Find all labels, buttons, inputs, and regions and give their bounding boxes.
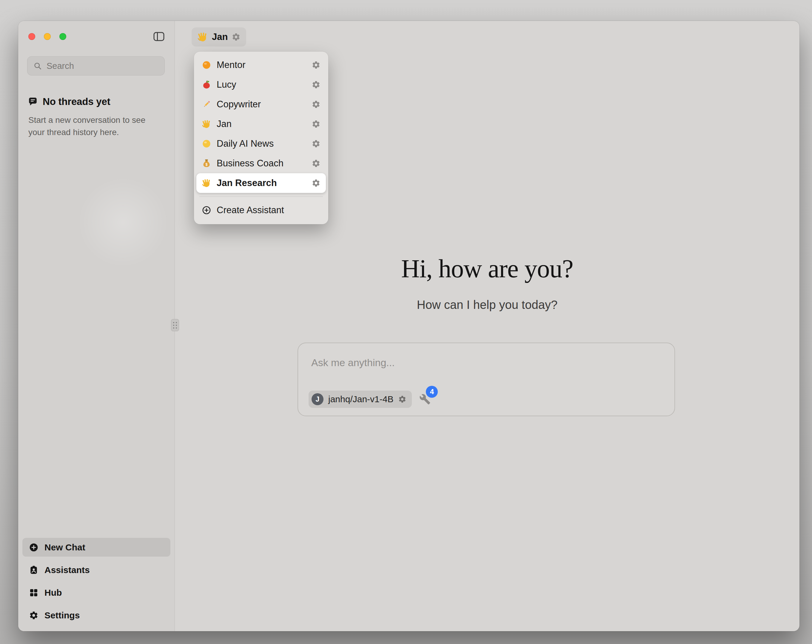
empty-state-description: Start a new conversation to see your thr… xyxy=(28,114,160,139)
wave-hand-icon xyxy=(202,119,211,129)
chat-bubble-icon xyxy=(28,97,38,107)
pencil-icon xyxy=(202,100,211,109)
tools-count-badge: 4 xyxy=(426,386,438,398)
wave-hand-icon xyxy=(197,32,208,42)
model-name: janhq/Jan-v1-4B xyxy=(328,394,393,404)
assistant-menu: Mentor Lucy Copywriter Jan Daily AI News xyxy=(194,52,328,224)
assistant-settings-icon[interactable] xyxy=(311,100,321,109)
add-circle-icon xyxy=(202,206,211,215)
panel-resize-handle[interactable] xyxy=(171,319,179,331)
assistant-settings-icon[interactable] xyxy=(311,159,321,168)
money-bag-icon xyxy=(202,158,211,168)
search-placeholder: Search xyxy=(47,61,74,71)
titlebar xyxy=(18,21,175,52)
assistant-name: Jan Research xyxy=(217,178,277,189)
new-chat-button[interactable]: New Chat xyxy=(22,538,170,557)
minimize-button[interactable] xyxy=(44,33,51,40)
sidebar-toggle-icon[interactable] xyxy=(153,32,165,41)
sidebar-item-settings[interactable]: Settings xyxy=(22,606,170,625)
wave-hand-icon xyxy=(202,178,211,188)
gear-icon[interactable] xyxy=(398,395,406,403)
greeting-subtitle: How can I help you today? xyxy=(175,298,800,312)
nav-label: New Chat xyxy=(44,542,85,553)
create-assistant-button[interactable]: Create Assistant xyxy=(196,200,326,220)
orange-circle-icon xyxy=(202,60,211,70)
traffic-lights xyxy=(28,33,66,40)
greeting-title: Hi, how are you? xyxy=(175,256,800,282)
tools-button[interactable]: 4 xyxy=(419,394,430,405)
assistant-settings-icon[interactable] xyxy=(311,178,321,187)
gear-icon[interactable] xyxy=(232,32,241,41)
nav-label: Settings xyxy=(44,610,80,620)
assistant-menu-item-lucy[interactable]: Lucy xyxy=(196,75,326,94)
welcome-hero: Hi, how are you? How can I help you toda… xyxy=(175,256,800,312)
assistant-menu-item-business-coach[interactable]: Business Coach xyxy=(196,154,326,173)
model-selector[interactable]: J janhq/Jan-v1-4B xyxy=(308,391,412,408)
nav-label: Assistants xyxy=(44,565,90,575)
empty-threads-state: No threads yet Start a new conversation … xyxy=(28,96,166,139)
composer-toolbar: J janhq/Jan-v1-4B 4 xyxy=(308,391,430,408)
create-assistant-label: Create Assistant xyxy=(217,205,284,216)
assistant-menu-item-daily-ai-news[interactable]: Daily AI News xyxy=(196,134,326,154)
assistant-settings-icon[interactable] xyxy=(311,61,321,70)
assistant-name: Daily AI News xyxy=(217,139,274,149)
assistant-name: Mentor xyxy=(217,59,245,70)
assistant-name: Lucy xyxy=(217,79,236,90)
assistant-settings-icon[interactable] xyxy=(311,80,321,89)
model-avatar: J xyxy=(311,393,324,405)
app-window: Search No threads yet Start a new conver… xyxy=(18,21,800,631)
assistant-selector[interactable]: Jan xyxy=(192,27,246,47)
composer-placeholder: Ask me anything... xyxy=(311,357,395,368)
assistant-menu-item-jan[interactable]: Jan xyxy=(196,114,326,134)
assistant-menu-item-copywriter[interactable]: Copywriter xyxy=(196,94,326,114)
assistants-badge-icon xyxy=(29,565,38,575)
sidebar-item-assistants[interactable]: Assistants xyxy=(22,560,170,579)
sidebar-item-hub[interactable]: Hub xyxy=(22,583,170,602)
main-area: Jan Mentor Lucy Copywriter Jan xyxy=(175,21,800,631)
assistant-settings-icon[interactable] xyxy=(311,139,321,148)
menu-divider xyxy=(199,196,323,197)
hub-grid-icon xyxy=(29,588,38,597)
assistant-menu-item-jan-research[interactable]: Jan Research xyxy=(196,173,326,193)
search-input[interactable]: Search xyxy=(27,56,165,75)
apple-icon xyxy=(202,80,211,90)
assistant-name: Copywriter xyxy=(217,99,261,110)
assistant-settings-icon[interactable] xyxy=(311,120,321,128)
chat-composer[interactable]: Ask me anything... J janhq/Jan-v1-4B 4 xyxy=(298,343,675,416)
assistant-selector-label: Jan xyxy=(212,32,228,42)
assistant-name: Business Coach xyxy=(217,158,284,169)
sidebar-bottom-nav: New Chat Assistants Hub Settings xyxy=(22,538,170,625)
search-icon xyxy=(34,62,42,70)
empty-state-title: No threads yet xyxy=(43,96,110,107)
grip-dots-icon xyxy=(173,322,177,329)
assistant-name: Jan xyxy=(217,119,232,129)
sidebar: Search No threads yet Start a new conver… xyxy=(18,21,175,631)
zoom-button[interactable] xyxy=(60,33,66,40)
yellow-circle-icon xyxy=(202,139,211,148)
close-button[interactable] xyxy=(28,33,35,40)
gear-icon xyxy=(29,611,38,620)
nav-label: Hub xyxy=(44,588,62,598)
assistant-menu-item-mentor[interactable]: Mentor xyxy=(196,55,326,75)
plus-circle-icon xyxy=(29,543,38,552)
